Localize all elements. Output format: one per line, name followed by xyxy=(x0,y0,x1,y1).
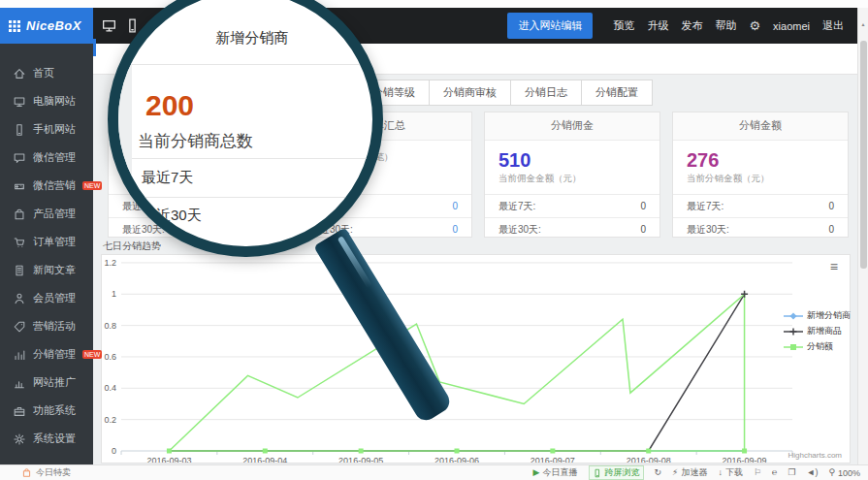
username[interactable]: xiaomei xyxy=(773,20,810,32)
chart-menu-button[interactable]: ≡ xyxy=(830,260,838,273)
card-row-value: 0 xyxy=(828,224,834,235)
legend-label: 新增商品 xyxy=(807,325,842,337)
svg-text:0.4: 0.4 xyxy=(104,383,116,393)
play-circle-icon: ▶ xyxy=(533,468,540,477)
card-row-value: 0 xyxy=(640,224,646,235)
pinwheel-icon: ↻ xyxy=(655,468,662,477)
enter-site-edit-button[interactable]: 进入网站编辑 xyxy=(507,13,593,39)
share-chart-icon xyxy=(13,348,26,362)
svg-text:2016-09-08: 2016-09-08 xyxy=(627,456,671,463)
sidebar-item-订单管理[interactable]: 订单管理 xyxy=(0,228,93,256)
sidebar-item-微信管理[interactable]: 微信管理 xyxy=(0,144,93,172)
card-row: 最近7天:0 xyxy=(673,194,848,217)
chart-legend: 新增分销商新增商品分销额 xyxy=(784,309,851,353)
app-window: NiceBoX 进入网站编辑 预览升级发布帮助 ⚙ xiaomei 退出 首页电… xyxy=(0,0,868,480)
vertical-scrollbar[interactable]: ▲ xyxy=(857,8,868,464)
taskbar-cross-screen-browse[interactable]: 跨屏浏览 xyxy=(589,465,644,480)
scroll-up-icon[interactable]: ▲ xyxy=(858,21,868,27)
card-row-value: 0 xyxy=(640,201,646,211)
svg-text:2016-09-03: 2016-09-03 xyxy=(146,456,191,463)
taskbar-booster[interactable]: ⚡加速器 xyxy=(672,466,707,479)
card-分销佣金: 分销佣金510当前佣金金额（元）最近7天:0最近30天:0 xyxy=(484,112,660,238)
sidebar-item-分销管理[interactable]: 分销管理NEW xyxy=(0,340,93,368)
pc-view-icon[interactable] xyxy=(101,17,117,34)
navbar-link-1[interactable]: 升级 xyxy=(647,18,668,33)
card-row-value: 0 xyxy=(452,201,458,211)
navbar-link-2[interactable]: 发布 xyxy=(681,18,702,33)
logout-link[interactable]: 退出 xyxy=(822,18,844,33)
card-row-value: 0 xyxy=(828,201,834,211)
tab-分销商审核[interactable]: 分销商审核 xyxy=(429,80,511,106)
sidebar-item-微信营销[interactable]: 微信营销NEW xyxy=(0,172,93,200)
bottom-taskbar: 今日特卖 ▶今日直播跨屏浏览↻⚡加速器↓下载⚐℮❐◄)⚲100% xyxy=(0,464,868,480)
taskbar-tools: ▶今日直播跨屏浏览↻⚡加速器↓下载⚐℮❐◄)⚲100% xyxy=(533,465,868,480)
settings-gear-icon[interactable]: ⚙ xyxy=(749,18,760,33)
sidebar: 首页电脑网站手机网站微信管理微信营销NEW产品管理订单管理新闻文章会员管理营销活… xyxy=(0,44,93,464)
speaker-icon: ◄) xyxy=(806,468,818,477)
sidebar-item-label: 手机网站 xyxy=(33,122,76,137)
sidebar-item-label: 网站推广 xyxy=(33,375,76,390)
home-icon xyxy=(13,67,26,80)
svg-text:0.6: 0.6 xyxy=(104,352,116,362)
card-row-label: 最近30天: xyxy=(498,223,541,237)
sidebar-item-产品管理[interactable]: 产品管理 xyxy=(0,200,93,228)
sidebar-item-会员管理[interactable]: 会员管理 xyxy=(0,284,93,312)
taskbar-window[interactable]: ❐ xyxy=(788,468,795,477)
tag-icon xyxy=(13,320,26,334)
svg-text:1.2: 1.2 xyxy=(104,258,116,268)
sidebar-item-新闻文章[interactable]: 新闻文章 xyxy=(0,256,93,284)
card-row-label: 最近7天: xyxy=(687,200,723,213)
grid-icon xyxy=(9,20,20,32)
svg-text:2016-09-09: 2016-09-09 xyxy=(723,456,767,463)
svg-text:2016-09-06: 2016-09-06 xyxy=(434,456,479,463)
tab-分销配置[interactable]: 分销配置 xyxy=(581,80,653,106)
phone-icon xyxy=(13,123,26,137)
sidebar-item-功能系统[interactable]: 功能系统 xyxy=(0,397,93,425)
sidebar-item-手机网站[interactable]: 手机网站 xyxy=(0,115,93,144)
doc-icon xyxy=(13,264,26,277)
sidebar-item-系统设置[interactable]: 系统设置 xyxy=(0,425,93,453)
legend-item-分销额[interactable]: 分销额 xyxy=(784,340,851,353)
legend-item-新增分销商[interactable]: 新增分销商 xyxy=(784,309,851,322)
card-row-label: 最近7天: xyxy=(498,200,535,213)
cart-icon xyxy=(13,236,26,249)
sidebar-item-营销活动[interactable]: 营销活动 xyxy=(0,312,93,340)
legend-item-新增商品[interactable]: 新增商品 xyxy=(784,325,851,337)
sidebar-item-label: 微信营销 xyxy=(33,178,76,193)
taskbar-live-play[interactable]: ▶今日直播 xyxy=(533,466,578,479)
card-caption: 当前佣金金额（元） xyxy=(498,173,646,185)
sidebar-item-label: 分销管理 xyxy=(33,347,76,362)
new-badge: NEW xyxy=(82,181,102,190)
flag-icon: ⚐ xyxy=(754,468,761,477)
taskbar-zoom-level[interactable]: ⚲100% xyxy=(828,468,860,478)
highcharts-credit-link[interactable]: Highcharts.com xyxy=(788,451,842,460)
gear-icon xyxy=(13,432,26,446)
navbar-actions: 进入网站编辑 预览升级发布帮助 ⚙ xiaomei 退出 xyxy=(507,8,844,44)
tab-分销日志[interactable]: 分销日志 xyxy=(510,80,582,106)
navbar-link-0[interactable]: 预览 xyxy=(613,18,634,33)
taskbar-browser[interactable]: ℮ xyxy=(772,468,777,477)
taskbar-download[interactable]: ↓下载 xyxy=(718,466,743,479)
taskbar-today-sale[interactable]: 今日特卖 xyxy=(0,466,71,479)
svg-text:0.2: 0.2 xyxy=(104,415,116,425)
sidebar-item-网站推广[interactable]: 网站推广 xyxy=(0,368,93,397)
taskbar-flag[interactable]: ⚐ xyxy=(754,468,761,477)
svg-text:0.8: 0.8 xyxy=(104,321,116,331)
navbar-links: 预览升级发布帮助 xyxy=(613,18,736,33)
sidebar-item-电脑网站[interactable]: 电脑网站 xyxy=(0,87,93,115)
card-body: 510当前佣金金额（元） xyxy=(485,141,659,194)
card-caption: 当前分销金额（元） xyxy=(687,173,834,185)
logo[interactable]: NiceBoX xyxy=(0,8,93,44)
card-number: 510 xyxy=(498,149,646,171)
svg-text:2016-09-05: 2016-09-05 xyxy=(338,456,383,463)
sidebar-item-首页[interactable]: 首页 xyxy=(0,59,93,87)
taskbar-speaker[interactable]: ◄) xyxy=(806,468,818,477)
scrollbar-thumb[interactable] xyxy=(860,41,867,269)
taskbar-item-label: 跨屏浏览 xyxy=(605,466,640,479)
navbar-link-3[interactable]: 帮助 xyxy=(715,18,736,33)
sidebar-item-label: 新闻文章 xyxy=(33,263,76,277)
taskbar-item-label: 今日直播 xyxy=(543,466,578,479)
sidebar-item-label: 产品管理 xyxy=(33,207,76,221)
top-navbar: NiceBoX 进入网站编辑 预览升级发布帮助 ⚙ xiaomei 退出 xyxy=(0,8,857,44)
taskbar-pinwheel[interactable]: ↻ xyxy=(655,468,662,477)
